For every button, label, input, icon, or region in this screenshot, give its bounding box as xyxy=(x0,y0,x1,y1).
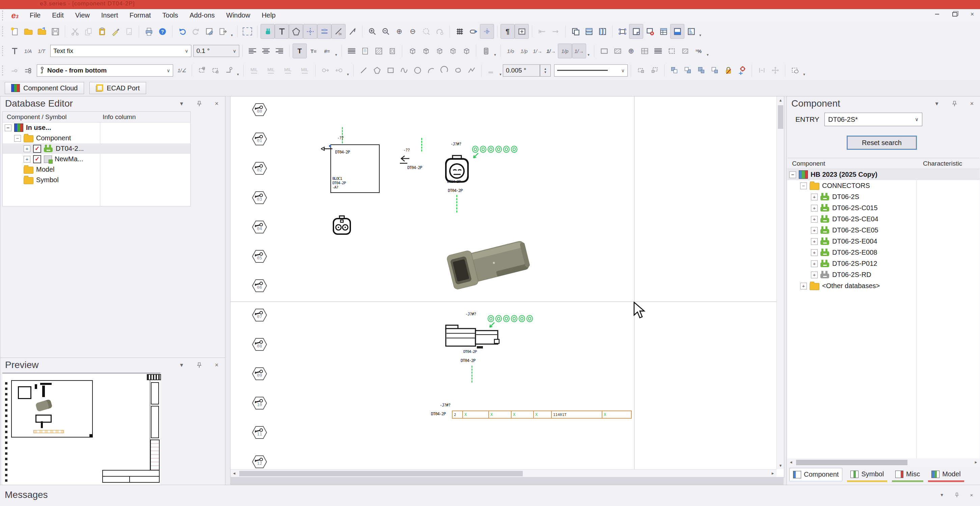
menu-item[interactable]: File xyxy=(24,10,46,21)
arc3-draw-button[interactable] xyxy=(438,63,451,78)
align-center-button[interactable] xyxy=(259,44,273,58)
tree-row-in-use[interactable]: In use... xyxy=(3,122,190,133)
tree-row-component-folder[interactable]: Component xyxy=(3,133,190,143)
device-view-button[interactable] xyxy=(479,44,493,58)
scale-pin-visible-button[interactable]: 1/p xyxy=(558,43,572,59)
sheet-marker[interactable]: 11 xyxy=(252,426,267,439)
line-style-combobox[interactable]: ∨ xyxy=(554,64,628,76)
tolerance-spinner[interactable] xyxy=(540,64,551,76)
dropdown-caret[interactable] xyxy=(802,62,807,79)
scale-text-a-button[interactable]: 1/A xyxy=(21,44,35,58)
sheet-marker[interactable]: 10 xyxy=(252,397,267,409)
tree-row-part[interactable]: DT06-2S-RD xyxy=(787,269,980,280)
node-disconnect-button[interactable] xyxy=(8,63,21,78)
table-cell[interactable]: X xyxy=(534,411,552,418)
group-rotate-button[interactable] xyxy=(222,63,235,78)
polyline-draw-button[interactable] xyxy=(465,63,478,78)
view-cube-side-button[interactable] xyxy=(432,44,446,58)
zoom-area-button[interactable] xyxy=(515,24,529,39)
polygon-tool-button[interactable] xyxy=(289,24,303,39)
send-back-button[interactable] xyxy=(681,63,695,78)
small-face-symbol[interactable] xyxy=(332,215,351,236)
tree-row-part[interactable]: DT06-2S-E004 xyxy=(787,236,980,247)
pin-icon[interactable] xyxy=(196,361,203,369)
arc-draw-button[interactable] xyxy=(424,63,438,78)
zoom-plus-button[interactable]: ⊕ xyxy=(393,24,406,38)
scrollbar-thumb[interactable] xyxy=(796,460,907,465)
cut-button[interactable] xyxy=(68,24,82,38)
save-sheet-button[interactable] xyxy=(202,24,216,38)
expand-icon[interactable] xyxy=(24,145,30,152)
close-icon[interactable]: × xyxy=(968,100,975,107)
panel-tab[interactable]: Misc xyxy=(892,468,923,481)
expand-icon[interactable] xyxy=(811,194,818,200)
save-button[interactable] xyxy=(48,24,62,38)
collapse-icon[interactable] xyxy=(14,135,21,142)
panel-tab[interactable]: Component xyxy=(789,468,842,481)
slash-angle-button[interactable]: 1/∠ xyxy=(175,63,189,78)
table-cell[interactable]: X xyxy=(489,411,512,418)
align-right-button[interactable] xyxy=(273,44,286,58)
sheet-marker[interactable]: 04 xyxy=(252,220,267,233)
tile-horizontal-button[interactable] xyxy=(582,24,596,38)
circle-cross-button[interactable]: ⊕ xyxy=(624,44,638,58)
mil-unit-button[interactable]: MIL xyxy=(297,67,312,73)
table-cell[interactable]: X xyxy=(512,411,534,418)
chevron-down-icon[interactable]: ▾ xyxy=(938,491,946,498)
terminal-table[interactable]: 2XXXX11401TX xyxy=(452,411,632,419)
group-select-button[interactable] xyxy=(195,63,208,78)
copy-button[interactable] xyxy=(82,24,95,38)
expand-icon[interactable] xyxy=(811,238,818,245)
tree-row-part[interactable]: DT06-2S-CE05 xyxy=(787,225,980,236)
zoom-previous-button[interactable] xyxy=(433,24,447,38)
sheet-marker[interactable]: 02 xyxy=(252,162,267,175)
tree-row-dt04[interactable]: DT04-2... xyxy=(3,143,190,154)
dimension-right-button[interactable] xyxy=(332,63,345,78)
canvas-horizontal-scrollbar[interactable]: ◄ ► xyxy=(231,469,776,477)
tree-row-newma[interactable]: NewMa... xyxy=(3,154,190,164)
dropdown-caret[interactable] xyxy=(705,43,710,59)
dimension-tool-button[interactable] xyxy=(303,24,317,39)
menu-item[interactable]: Tools xyxy=(157,10,184,21)
column-component-symbol[interactable]: Component / Symbol xyxy=(3,113,67,121)
new-document-button[interactable] xyxy=(8,24,21,38)
checkbox-checked-icon[interactable] xyxy=(33,145,41,153)
tree-row-part[interactable]: DT06-2S xyxy=(787,191,980,202)
text-angle-combobox[interactable]: 0.1 ° ∨ xyxy=(193,45,239,57)
expand-icon[interactable] xyxy=(24,156,30,163)
dropdown-caret[interactable] xyxy=(334,43,339,59)
select-area-button[interactable] xyxy=(240,24,254,38)
view-cube-top-button[interactable] xyxy=(419,44,432,58)
scroll-right-icon[interactable]: ► xyxy=(972,458,980,466)
menu-item[interactable]: Window xyxy=(220,10,256,21)
tree-row-connectors[interactable]: CONNECTORS xyxy=(787,180,980,191)
collapse-icon[interactable] xyxy=(5,124,11,131)
rectangle-draw-button[interactable] xyxy=(384,63,397,78)
scale-origin-button[interactable]: 1/o xyxy=(504,44,517,58)
view-cube-iso-button[interactable] xyxy=(446,44,459,58)
open-button[interactable] xyxy=(21,24,35,38)
text-tool-button-2[interactable] xyxy=(8,44,21,58)
grid-button[interactable] xyxy=(453,24,466,38)
tree-row-model[interactable]: Model xyxy=(3,164,190,175)
send-backward-button[interactable] xyxy=(708,63,722,78)
canvas-vertical-scrollbar[interactable]: ▲ ▼ xyxy=(776,97,784,469)
column-component[interactable]: Component xyxy=(787,160,825,167)
sheet-marker[interactable]: 07 xyxy=(252,309,267,322)
tree-row-database-root[interactable]: HB 2023 (2025 Copy) xyxy=(787,169,980,180)
tile-vertical-button[interactable] xyxy=(596,24,609,38)
scroll-up-icon[interactable]: ▲ xyxy=(777,97,784,104)
close-icon[interactable]: × xyxy=(213,100,220,107)
placement-point-button[interactable] xyxy=(735,63,748,78)
sheet-table-button[interactable] xyxy=(657,24,670,38)
pin-icon[interactable] xyxy=(951,100,958,107)
expand-icon[interactable] xyxy=(811,249,818,256)
scroll-right-icon[interactable]: ► xyxy=(769,470,776,477)
minimize-button[interactable] xyxy=(933,11,942,18)
close-button[interactable]: × xyxy=(968,11,977,18)
group-move-button[interactable] xyxy=(208,63,222,78)
mil-unit-button[interactable]: MIL xyxy=(264,67,278,73)
zoom-minus-button[interactable]: ⊖ xyxy=(406,24,420,38)
zoom-window-button[interactable] xyxy=(420,24,433,38)
close-icon[interactable]: × xyxy=(968,491,975,498)
